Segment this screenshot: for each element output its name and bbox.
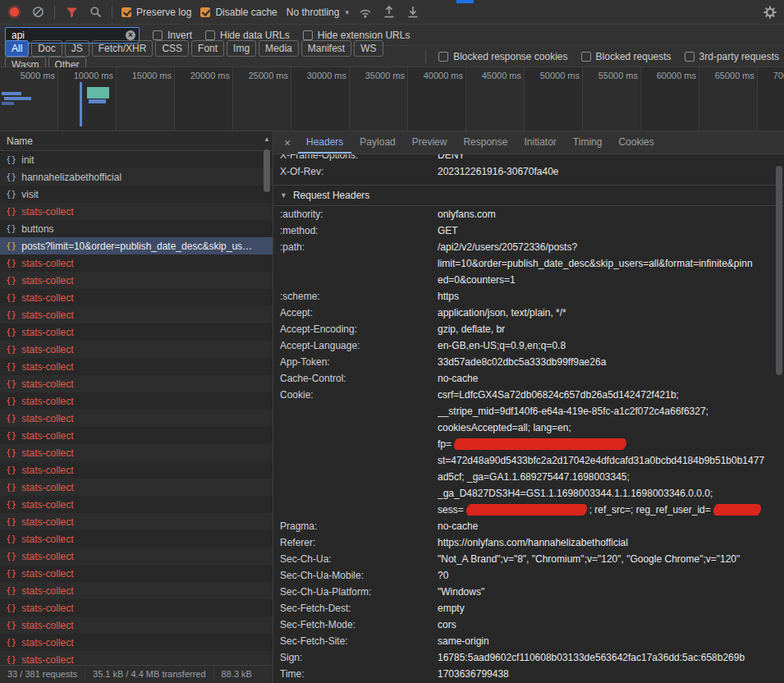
tab-headers[interactable]: Headers <box>298 131 351 154</box>
filter-chip-font[interactable]: Font <box>191 40 224 57</box>
clear-network-log-button[interactable] <box>30 5 45 20</box>
request-row[interactable]: {}stats-collect <box>0 341 273 358</box>
tab-response[interactable]: Response <box>455 131 516 154</box>
filter-chip-img[interactable]: Img <box>227 40 256 57</box>
header-value: 16785:5aad9602cf110608b03133de563642fac1… <box>438 649 784 666</box>
record-button[interactable] <box>7 5 21 20</box>
clear-filter-icon[interactable]: × <box>126 30 135 40</box>
filter-chip-js[interactable]: JS <box>65 40 89 57</box>
header-name: Sec-Ch-Ua-Platform: <box>280 584 438 600</box>
request-row[interactable]: {}stats-collect <box>0 582 273 599</box>
header-value-text: no-cache <box>438 520 478 532</box>
3rd-party-requests-checkbox[interactable]: 3rd-party requests <box>685 51 779 62</box>
scrollbar-thumb[interactable] <box>264 149 270 192</box>
disable-cache-checkbox[interactable]: Disable cache <box>200 7 277 18</box>
filter-chip-css[interactable]: CSS <box>155 40 189 57</box>
tab-payload[interactable]: Payload <box>351 131 403 154</box>
header-value: gzip, deflate, br <box>438 321 784 337</box>
request-row[interactable]: {}stats-collect <box>0 617 273 634</box>
filter-chip-doc[interactable]: Doc <box>31 40 62 57</box>
filter-chip-media[interactable]: Media <box>259 40 299 57</box>
request-row[interactable]: {}stats-collect <box>0 530 273 548</box>
header-name: X-Frame-Options: <box>280 154 438 163</box>
request-list-scrollbar[interactable]: ▲ <box>262 131 272 665</box>
details-scrollbar[interactable] <box>775 156 783 683</box>
header-row: Accept-Language:en-GB,en-US;q=0.9,en;q=0… <box>273 337 784 354</box>
header-value-text: DENY <box>438 154 465 161</box>
tab-cookies[interactable]: Cookies <box>610 131 662 154</box>
invert-checkbox[interactable]: Invert <box>153 30 192 41</box>
request-row[interactable]: {}posts?limit=10&order=publish_date_desc… <box>0 237 273 254</box>
request-row[interactable]: {}stats-collect <box>0 375 273 392</box>
request-row[interactable]: {}stats-collect <box>0 358 273 375</box>
request-row[interactable]: {}hannahelizabethofficial <box>0 168 273 186</box>
request-row[interactable]: {}stats-collect <box>0 427 273 444</box>
filter-button[interactable] <box>64 5 79 20</box>
checkbox-checked-icon <box>200 7 210 17</box>
blocked-requests-checkbox[interactable]: Blocked requests <box>581 51 672 62</box>
throttling-select[interactable]: No throttling ▾ <box>287 7 349 18</box>
header-value-line: 33d57ade8c02dbc5a333db99ff9ae26a <box>438 354 784 370</box>
hide-extension-urls-checkbox[interactable]: Hide extension URLs <box>303 30 410 41</box>
header-value-line: 16785:5aad9602cf110608b03133de563642fac1… <box>438 649 784 666</box>
request-row[interactable]: {}stats-collect <box>0 496 273 513</box>
json-braces-icon: {} <box>6 568 16 579</box>
filter-chip-fetch-xhr[interactable]: Fetch/XHR <box>92 40 154 57</box>
overview-activity-bar <box>4 97 31 100</box>
request-row[interactable]: {}stats-collect <box>0 410 273 427</box>
blocked-response-cookies-checkbox[interactable]: Blocked response cookies <box>438 51 567 62</box>
json-braces-icon: {} <box>6 413 16 424</box>
request-row[interactable]: {}buttons <box>0 220 273 237</box>
header-row: Cache-Control:no-cache <box>273 370 784 387</box>
hide-data-urls-checkbox[interactable]: Hide data URLs <box>205 30 290 41</box>
search-button[interactable] <box>88 5 103 20</box>
header-value-line: 1703636799438 <box>438 666 784 682</box>
request-row[interactable]: {}stats-collect <box>0 634 273 651</box>
request-row[interactable]: {}stats-collect <box>0 306 273 323</box>
request-name: visit <box>21 189 39 200</box>
request-row[interactable]: {}stats-collect <box>0 203 273 220</box>
request-row[interactable]: {}stats-collect <box>0 479 273 496</box>
request-row[interactable]: {}stats-collect <box>0 565 273 582</box>
header-row: Sec-Fetch-Dest:empty <box>273 600 784 617</box>
scrollbar-thumb[interactable] <box>776 166 782 375</box>
request-row[interactable]: {}stats-collect <box>0 461 273 479</box>
request-name: stats-collect <box>21 585 73 597</box>
network-conditions-button[interactable] <box>358 5 373 20</box>
request-row[interactable]: {}stats-collect <box>0 513 273 530</box>
request-row[interactable]: {}visit <box>0 186 273 203</box>
request-row[interactable]: {}stats-collect <box>0 289 273 306</box>
json-braces-icon: {} <box>6 516 16 527</box>
headers-content: X-Frame-Options:DENYX-Of-Rev:20231226191… <box>273 154 784 683</box>
tab-initiator[interactable]: Initiator <box>516 131 564 154</box>
request-row[interactable]: {}init <box>0 151 273 168</box>
header-row: :scheme:https <box>273 288 784 305</box>
tab-timing[interactable]: Timing <box>565 131 611 154</box>
request-row[interactable]: {}stats-collect <box>0 444 273 461</box>
import-har-button[interactable] <box>406 5 420 20</box>
close-details-icon[interactable]: × <box>277 131 298 154</box>
request-row[interactable]: {}stats-collect <box>0 651 273 665</box>
settings-gear-icon[interactable] <box>763 5 777 20</box>
header-value: https://onlyfans.com/hannahelizabethoffi… <box>438 534 784 551</box>
filter-chip-all[interactable]: All <box>5 40 29 57</box>
name-column-header[interactable]: Name <box>0 131 273 151</box>
scroll-up-icon[interactable]: ▲ <box>264 135 270 143</box>
timeline-overview[interactable]: 5000 ms10000 ms15000 ms20000 ms25000 ms3… <box>0 67 784 131</box>
request-row[interactable]: {}stats-collect <box>0 323 273 341</box>
export-har-button[interactable] <box>382 5 397 20</box>
request-row[interactable]: {}stats-collect <box>0 254 273 272</box>
request-headers-section[interactable]: ▼ Request Headers <box>273 185 784 206</box>
request-name: stats-collect <box>21 620 73 631</box>
request-row[interactable]: {}stats-collect <box>0 392 273 410</box>
header-value-text: ; ref_src=; reg_ref_user_id= <box>589 504 711 516</box>
request-row[interactable]: {}stats-collect <box>0 599 273 617</box>
tab-preview[interactable]: Preview <box>404 131 456 154</box>
preserve-log-checkbox[interactable]: Preserve log <box>121 7 191 18</box>
request-name: stats-collect <box>21 275 73 286</box>
request-row[interactable]: {}stats-collect <box>0 272 273 289</box>
request-row[interactable]: {}stats-collect <box>0 548 273 565</box>
filter-chip-manifest[interactable]: Manifest <box>301 40 351 57</box>
filter-chip-ws[interactable]: WS <box>354 40 383 57</box>
json-braces-icon: {} <box>6 327 16 337</box>
